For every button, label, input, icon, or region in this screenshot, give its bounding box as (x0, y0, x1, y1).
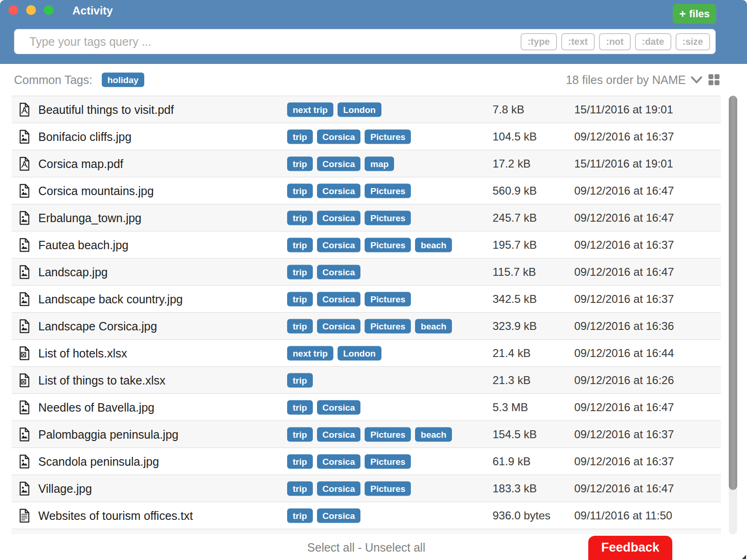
tag-pill[interactable]: Corsica (317, 400, 361, 414)
file-tags: tripCorsica (287, 508, 360, 523)
filter-button-date[interactable]: :date (635, 33, 671, 50)
tag-pill[interactable]: trip (287, 238, 313, 252)
tag-pill[interactable]: trip (287, 210, 313, 225)
tag-pill[interactable]: trip (287, 292, 313, 306)
file-tags: next tripLondon (287, 102, 381, 117)
order-by-control: 18 files order by NAME (566, 73, 720, 87)
tag-pill[interactable]: trip (287, 400, 313, 414)
file-row[interactable]: Needles of Bavella.jpg tripCorsica 5.3 M… (12, 393, 721, 420)
tag-pill[interactable]: Pictures (365, 129, 411, 144)
tag-pill[interactable]: holiday (102, 73, 144, 87)
tag-pill[interactable]: Corsica (317, 319, 361, 333)
tag-pill[interactable]: Pictures (365, 454, 411, 469)
search-bar: :type:text:not:date:size (14, 29, 716, 54)
order-by-text[interactable]: 18 files order by NAME (566, 73, 686, 87)
grid-view-icon[interactable] (708, 74, 720, 86)
tag-pill[interactable]: map (365, 156, 394, 171)
file-row[interactable]: Landscape Corsica.jpg tripCorsicaPicture… (12, 312, 721, 339)
tag-pill[interactable]: Pictures (365, 292, 411, 306)
file-date: 09/12/2016 at 16:37 (574, 130, 674, 143)
filter-button-not[interactable]: :not (599, 33, 631, 50)
tag-pill[interactable]: Corsica (317, 129, 361, 144)
file-size: 61.9 kB (493, 455, 530, 468)
unselect-all-link[interactable]: Unselect all (365, 540, 425, 553)
file-date: 09/12/2016 at 16:47 (574, 482, 674, 495)
file-row[interactable]: Corsica map.pdf tripCorsicamap 17.2 kB 1… (12, 150, 721, 177)
chevron-down-icon[interactable] (690, 75, 704, 85)
tag-pill[interactable]: London (338, 346, 381, 360)
tag-pill[interactable]: beach (415, 427, 452, 441)
select-all-link[interactable]: Select all (307, 540, 354, 553)
file-name: Bonifacio cliffs.jpg (38, 130, 132, 143)
tag-pill[interactable]: trip (287, 454, 313, 469)
tag-pill[interactable]: Corsica (317, 238, 361, 252)
file-row[interactable]: Landscape back country.jpg tripCorsicaPi… (12, 285, 721, 312)
tag-pill[interactable]: Corsica (317, 210, 361, 225)
tag-pill[interactable]: beach (415, 319, 452, 333)
file-row[interactable]: Scandola peninsula.jpg tripCorsicaPictur… (12, 448, 721, 475)
tag-pill[interactable]: trip (287, 319, 313, 333)
common-tags-label: Common Tags: (14, 73, 92, 87)
filter-button-size[interactable]: :size (676, 33, 710, 50)
resize-grip[interactable] (742, 555, 746, 559)
tag-pill[interactable]: Pictures (365, 427, 411, 441)
file-tags: tripCorsicaPicturesbeach (287, 319, 452, 333)
file-row[interactable]: Village.jpg tripCorsicaPictures 183.3 kB… (12, 475, 721, 502)
tag-pill[interactable]: trip (287, 156, 313, 171)
tag-pill[interactable]: Pictures (365, 481, 411, 496)
tag-pill[interactable]: Corsica (317, 265, 361, 279)
tag-pill[interactable]: trip (287, 508, 313, 523)
file-row[interactable]: Websites of tourism offices.txt tripCors… (12, 502, 721, 529)
scrollbar-track[interactable] (729, 96, 737, 534)
file-row[interactable]: Erbalunga_town.jpg tripCorsicaPictures 2… (12, 204, 721, 231)
tag-pill[interactable]: trip (287, 481, 313, 496)
image-file-icon (19, 427, 30, 441)
file-row[interactable]: Bonifacio cliffs.jpg tripCorsicaPictures… (12, 123, 721, 150)
file-date: 09/12/2016 at 16:47 (574, 266, 674, 279)
tag-pill[interactable]: trip (287, 265, 313, 279)
file-row[interactable]: Palombaggia peninsula.jpg tripCorsicaPic… (12, 420, 721, 448)
tag-pill[interactable]: Pictures (365, 210, 411, 225)
tag-pill[interactable]: trip (287, 373, 313, 387)
filter-button-text[interactable]: :text (561, 33, 595, 50)
tag-pill[interactable]: trip (287, 427, 313, 441)
file-row[interactable]: Fautea beach.jpg tripCorsicaPicturesbeac… (12, 231, 721, 258)
tag-pill[interactable]: trip (287, 183, 313, 198)
tag-pill[interactable]: Pictures (365, 238, 411, 252)
tag-pill[interactable]: Corsica (317, 183, 361, 198)
file-row[interactable]: Beautiful things to visit.pdf next tripL… (12, 96, 721, 123)
tag-pill[interactable]: Pictures (365, 319, 411, 333)
tag-pill[interactable]: Corsica (317, 508, 361, 523)
feedback-button[interactable]: Feedback (588, 536, 672, 560)
scrollbar-thumb[interactable] (729, 96, 737, 490)
zoom-window-button[interactable] (44, 5, 54, 15)
close-window-button[interactable] (8, 5, 18, 15)
file-date: 09/12/2016 at 16:47 (574, 184, 674, 197)
tag-pill[interactable]: next trip (287, 102, 333, 117)
tag-pill[interactable]: Corsica (317, 454, 361, 469)
file-date: 09/12/2016 at 16:44 (574, 347, 674, 360)
file-date: 15/11/2016 at 19:01 (574, 103, 673, 116)
file-row[interactable]: Landscap.jpg tripCorsica 115.7 kB 09/12/… (12, 258, 721, 285)
tag-pill[interactable]: London (338, 102, 381, 117)
tag-pill[interactable]: Pictures (365, 183, 411, 198)
tag-pill[interactable]: beach (415, 238, 452, 252)
file-row[interactable]: List of things to take.xlsx trip 21.3 kB… (12, 366, 721, 393)
file-row[interactable]: List of hotels.xlsx next tripLondon 21.4… (12, 339, 721, 366)
tag-pill[interactable]: Corsica (317, 481, 361, 496)
file-size: 115.7 kB (493, 266, 536, 279)
tag-pill[interactable]: Corsica (317, 156, 361, 171)
tag-pill[interactable]: Corsica (317, 292, 361, 306)
add-files-button[interactable]: + files (673, 4, 716, 24)
tag-pill[interactable]: next trip (287, 346, 333, 360)
file-row[interactable]: Corsica mountains.jpg tripCorsicaPicture… (12, 177, 721, 204)
file-name: Websites of tourism offices.txt (38, 509, 193, 522)
minimize-window-button[interactable] (26, 5, 36, 15)
tag-pill[interactable]: Corsica (317, 427, 361, 441)
file-list: Beautiful things to visit.pdf next tripL… (12, 96, 721, 534)
file-tags: tripCorsica (287, 265, 360, 279)
file-size: 560.9 kB (493, 184, 537, 197)
filter-button-type[interactable]: :type (521, 33, 557, 50)
tag-pill[interactable]: trip (287, 129, 313, 144)
tags-query-input[interactable] (14, 29, 521, 54)
